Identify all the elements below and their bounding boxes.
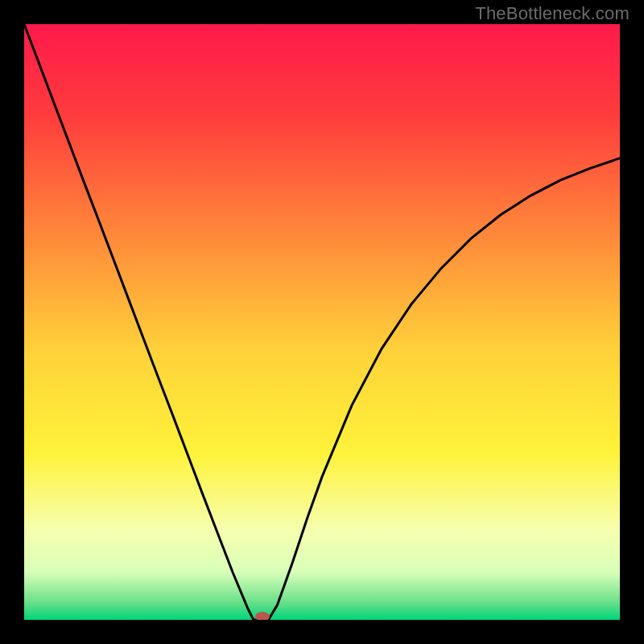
watermark-text: TheBottleneck.com: [475, 3, 630, 24]
chart-frame: TheBottleneck.com: [0, 0, 644, 644]
bottleneck-chart: [24, 24, 620, 620]
gradient-background: [24, 24, 620, 620]
plot-area: [24, 24, 620, 620]
